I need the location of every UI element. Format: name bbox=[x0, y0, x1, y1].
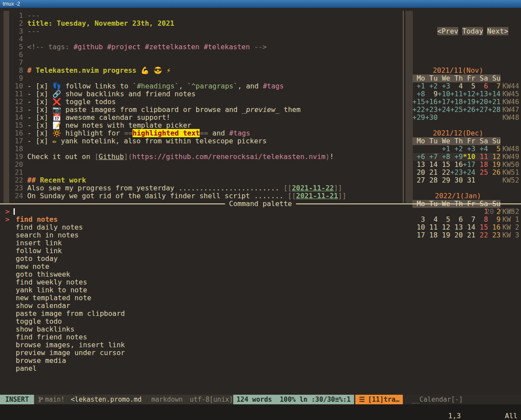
calendar-day[interactable]: 15 bbox=[438, 161, 450, 169]
calendar-day[interactable]: +17 bbox=[463, 161, 476, 169]
calendar-day[interactable]: +15 bbox=[412, 98, 425, 106]
calendar-day[interactable]: +3 bbox=[438, 82, 450, 90]
calendar-day[interactable]: 20 bbox=[412, 169, 425, 176]
calendar-day[interactable]: +8 bbox=[438, 153, 450, 161]
calendar-day[interactable]: 19 bbox=[488, 161, 501, 169]
calendar-day[interactable]: 14 bbox=[425, 161, 438, 169]
calendar-day[interactable]: +26 bbox=[463, 106, 476, 114]
editor-line[interactable]: 8# Telekasten.nvim progress 💪 😎 ⚡ bbox=[10, 67, 403, 75]
editor-line[interactable]: 20 bbox=[10, 161, 403, 169]
calendar-day[interactable]: +21 bbox=[488, 98, 501, 106]
calendar-day[interactable]: 5 bbox=[463, 82, 476, 90]
calendar-day[interactable]: +1 bbox=[412, 82, 425, 90]
calendar-day[interactable]: 16 bbox=[450, 161, 463, 169]
editor-scrollbar[interactable] bbox=[3, 11, 9, 203]
palette-item[interactable]: find weekly notes bbox=[5, 278, 521, 286]
calendar-day[interactable]: +11 bbox=[450, 90, 463, 98]
calendar-day[interactable]: +25 bbox=[450, 106, 463, 114]
calendar-day[interactable]: 11 bbox=[475, 153, 488, 161]
editor-buffer[interactable]: 1---2title: Tuesday, November 23th, 2021… bbox=[10, 12, 403, 200]
calendar-day[interactable]: 26 bbox=[488, 169, 501, 176]
calendar-day[interactable]: +19 bbox=[463, 98, 476, 106]
editor-line[interactable]: 12- [x] ❌ toggle todos bbox=[10, 98, 403, 106]
window-titlebar[interactable]: tmux -2 bbox=[0, 0, 521, 8]
editor-line[interactable]: 4 bbox=[10, 35, 403, 43]
calendar-day[interactable]: 31 bbox=[463, 176, 476, 184]
palette-item[interactable]: insert link bbox=[5, 239, 521, 247]
palette-item[interactable]: find daily notes bbox=[5, 224, 521, 231]
calendar-day[interactable]: 7 bbox=[488, 82, 501, 90]
editor-line[interactable]: 3--- bbox=[10, 27, 403, 35]
calendar-day[interactable]: +29 bbox=[412, 114, 425, 122]
calendar-scrollbar[interactable] bbox=[405, 11, 413, 203]
palette-item[interactable]: preview image under cursor bbox=[5, 349, 521, 357]
calendar-day[interactable]: +2 bbox=[450, 145, 463, 153]
calendar-day[interactable]: +23 bbox=[425, 106, 438, 114]
calendar-day[interactable]: 22 bbox=[438, 169, 450, 176]
calendar-day[interactable]: 12 bbox=[488, 153, 501, 161]
calendar-today-button[interactable]: Today bbox=[462, 27, 483, 35]
calendar-prev-button[interactable]: <Prev bbox=[437, 27, 458, 35]
palette-item[interactable]: follow link bbox=[5, 247, 521, 255]
calendar-day[interactable]: +6 bbox=[412, 153, 425, 161]
editor-line[interactable]: 15- [x] 📝 new notes with template picker bbox=[10, 122, 403, 129]
calendar-day[interactable]: +23 bbox=[450, 169, 463, 176]
editor-line[interactable]: 1--- bbox=[10, 12, 403, 20]
calendar-day[interactable]: +28 bbox=[488, 106, 501, 114]
calendar-day[interactable]: 28 bbox=[425, 176, 438, 184]
palette-item[interactable]: show backlinks bbox=[5, 325, 521, 333]
calendar-day[interactable]: +1 bbox=[438, 145, 450, 153]
editor-line[interactable]: 6 bbox=[10, 51, 403, 59]
editor-line[interactable]: 23Also see my progress from yesterday ..… bbox=[10, 184, 403, 192]
editor-line[interactable]: 11- [x] 🔗 show backlinks and friend note… bbox=[10, 90, 403, 98]
calendar-day[interactable]: +14 bbox=[488, 90, 501, 98]
calendar-day[interactable]: 27 bbox=[412, 176, 425, 184]
editor-line[interactable]: 16- [x] 🔆 highlight for ==highlighted te… bbox=[10, 129, 403, 137]
editor-line[interactable]: 14- [x] 📅 awesome calendar support! bbox=[10, 114, 403, 122]
editor-line[interactable]: 24On Sunday we got rid of the daily find… bbox=[10, 192, 403, 200]
editor-line[interactable]: 17- [x] ✏ yank notelink, also from withi… bbox=[10, 137, 403, 145]
tab-segment[interactable]: ☰ [11]tra… bbox=[355, 395, 403, 404]
editor-line[interactable]: 7 bbox=[10, 59, 403, 67]
calendar-day[interactable]: 29 bbox=[438, 176, 450, 184]
calendar-day[interactable]: 21 bbox=[425, 169, 438, 176]
editor-line[interactable]: 10- [x] 👣 follow links to `#headings`, `… bbox=[10, 82, 403, 90]
editor-line[interactable]: 5<!-- tags: #github #project #zettelkast… bbox=[10, 43, 403, 51]
editor-line[interactable]: 9 bbox=[10, 75, 403, 82]
calendar-day[interactable]: +17 bbox=[438, 98, 450, 106]
editor-line[interactable]: 2title: Tuesday, November 23th, 2021 bbox=[10, 20, 403, 27]
calendar-day[interactable]: 30 bbox=[450, 176, 463, 184]
palette-item[interactable]: panel bbox=[5, 365, 521, 373]
calendar-day[interactable]: +18 bbox=[450, 98, 463, 106]
calendar-day[interactable]: 9 bbox=[425, 90, 438, 98]
palette-item[interactable]: toggle todo bbox=[5, 318, 521, 325]
calendar-day[interactable]: 18 bbox=[475, 161, 488, 169]
palette-item[interactable]: search in notes bbox=[5, 231, 521, 239]
palette-item[interactable]: paste image from clipboard bbox=[5, 310, 521, 318]
palette-item[interactable]: browse media bbox=[5, 357, 521, 365]
calendar-day[interactable]: +3 bbox=[463, 145, 476, 153]
calendar-day[interactable]: +24 bbox=[463, 169, 476, 176]
calendar-day[interactable]: +27 bbox=[475, 106, 488, 114]
calendar-day[interactable]: +30 bbox=[425, 114, 438, 122]
calendar-day[interactable]: +16 bbox=[425, 98, 438, 106]
editor-line[interactable]: 13- [x] 📷 paste images from clipboard or… bbox=[10, 106, 403, 114]
command-line[interactable]: :lua require('telekasten').panel() bbox=[0, 404, 521, 412]
calendar-day[interactable]: 5 bbox=[488, 145, 501, 153]
calendar-day[interactable]: +13 bbox=[475, 90, 488, 98]
palette-item[interactable]: >find notes bbox=[5, 216, 521, 224]
calendar-day[interactable]: +10 bbox=[438, 90, 450, 98]
palette-item[interactable]: show calendar bbox=[5, 302, 521, 310]
calendar-day[interactable]: +22 bbox=[412, 106, 425, 114]
editor-line[interactable]: 18 bbox=[10, 145, 403, 153]
editor-line[interactable]: 21 bbox=[10, 169, 403, 176]
editor-line[interactable]: 19Check it out on [Github](https://githu… bbox=[10, 153, 403, 161]
calendar-day[interactable]: +9 bbox=[450, 153, 463, 161]
calendar-next-button[interactable]: Next> bbox=[487, 27, 508, 35]
calendar-day[interactable]: 25 bbox=[475, 169, 488, 176]
palette-item[interactable]: goto today bbox=[5, 255, 521, 263]
palette-prompt[interactable]: > 20 / 20 bbox=[0, 208, 521, 216]
calendar-day[interactable]: +8 bbox=[412, 90, 425, 98]
calendar-day[interactable]: 13 bbox=[412, 161, 425, 169]
calendar-day[interactable]: +2 bbox=[425, 82, 438, 90]
